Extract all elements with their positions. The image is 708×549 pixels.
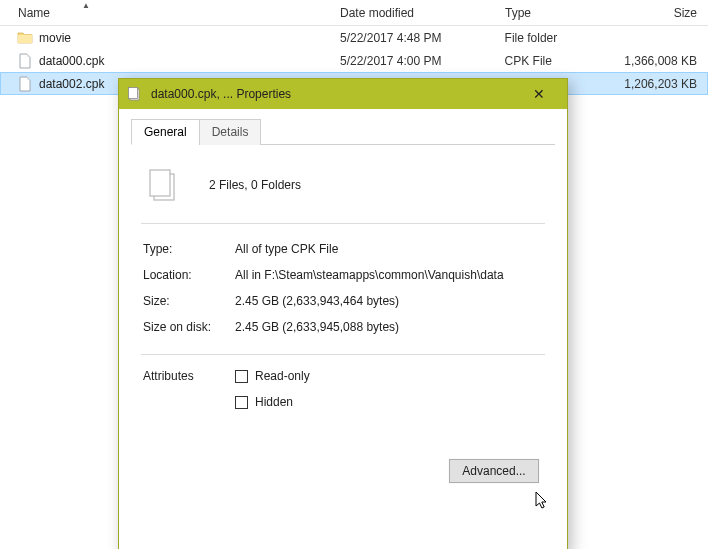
- location-value: All in F:\Steam\steamapps\common\Vanquis…: [235, 268, 543, 282]
- list-item[interactable]: movie 5/22/2017 4:48 PM File folder: [0, 26, 708, 49]
- size-label: Size:: [143, 294, 235, 308]
- column-header-date-label: Date modified: [340, 6, 414, 20]
- column-header-name-label: Name: [18, 6, 50, 20]
- document-stack-icon: [127, 86, 143, 102]
- dialog-title: data000.cpk, ... Properties: [151, 87, 517, 101]
- tabstrip: General Details: [131, 119, 555, 145]
- file-date: 5/22/2017 4:00 PM: [330, 54, 495, 68]
- properties-dialog: data000.cpk, ... Properties ✕ General De…: [118, 78, 568, 549]
- size-on-disk-label: Size on disk:: [143, 320, 235, 334]
- attributes-label: Attributes: [143, 369, 235, 409]
- column-header-size[interactable]: Size: [600, 2, 708, 24]
- sort-ascending-icon: ▲: [82, 1, 90, 10]
- tab-details-label: Details: [212, 125, 249, 139]
- folder-icon: [17, 30, 33, 46]
- column-header-date[interactable]: Date modified: [330, 2, 495, 24]
- general-panel: 2 Files, 0 Folders Type: All of type CPK…: [131, 145, 555, 433]
- size-value: 2.45 GB (2,633,943,464 bytes): [235, 294, 543, 308]
- summary-text: 2 Files, 0 Folders: [209, 178, 301, 192]
- dialog-titlebar[interactable]: data000.cpk, ... Properties ✕: [119, 79, 567, 109]
- column-header-row: Name ▲ Date modified Type Size: [0, 0, 708, 26]
- cursor-icon: [535, 491, 551, 511]
- list-item[interactable]: data000.cpk 5/22/2017 4:00 PM CPK File 1…: [0, 49, 708, 72]
- svg-rect-1: [129, 88, 138, 99]
- document-stack-icon: [143, 165, 183, 205]
- file-type: CPK File: [495, 54, 600, 68]
- file-icon: [17, 76, 33, 92]
- column-header-type[interactable]: Type: [495, 2, 600, 24]
- tab-details[interactable]: Details: [199, 119, 262, 145]
- file-size: 1,366,008 KB: [599, 54, 707, 68]
- type-value: All of type CPK File: [235, 242, 543, 256]
- checkbox-icon: [235, 396, 248, 409]
- advanced-button[interactable]: Advanced...: [449, 459, 539, 483]
- file-date: 5/22/2017 4:48 PM: [330, 31, 495, 45]
- file-name: movie: [39, 31, 71, 45]
- column-header-type-label: Type: [505, 6, 531, 20]
- location-label: Location:: [143, 268, 235, 282]
- file-size: 1,206,203 KB: [599, 77, 707, 91]
- tab-general[interactable]: General: [131, 119, 200, 145]
- tab-general-label: General: [144, 125, 187, 139]
- checkbox-icon: [235, 370, 248, 383]
- file-name: data002.cpk: [39, 77, 104, 91]
- hidden-label: Hidden: [255, 395, 293, 409]
- size-on-disk-value: 2.45 GB (2,633,945,088 bytes): [235, 320, 543, 334]
- file-icon: [17, 53, 33, 69]
- svg-rect-3: [150, 170, 170, 196]
- close-icon: ✕: [533, 86, 545, 102]
- column-header-size-label: Size: [674, 6, 697, 20]
- readonly-label: Read-only: [255, 369, 310, 383]
- advanced-button-label: Advanced...: [462, 464, 525, 478]
- column-header-name[interactable]: Name ▲: [0, 2, 330, 24]
- type-label: Type:: [143, 242, 235, 256]
- file-type: File folder: [495, 31, 600, 45]
- close-button[interactable]: ✕: [517, 80, 561, 108]
- file-name: data000.cpk: [39, 54, 104, 68]
- hidden-checkbox-row[interactable]: Hidden: [235, 395, 543, 409]
- readonly-checkbox-row[interactable]: Read-only: [235, 369, 543, 383]
